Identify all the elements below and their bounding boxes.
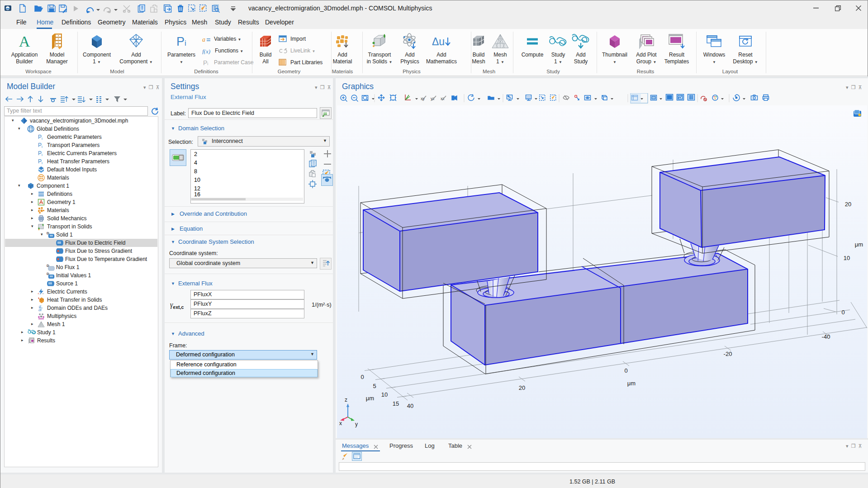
svg-text:10: 10 <box>381 391 388 398</box>
svg-text:yz: yz <box>431 96 435 101</box>
svg-text:-20: -20 <box>724 351 732 357</box>
svg-text:40: 40 <box>407 403 413 409</box>
svg-text:P: P <box>38 142 42 148</box>
svg-text:i: i <box>42 145 43 149</box>
svg-text:0: 0 <box>624 367 627 374</box>
svg-text:f(x): f(x) <box>202 48 210 54</box>
svg-text:5: 5 <box>373 383 376 389</box>
svg-text:xz: xz <box>441 96 445 101</box>
svg-text:z: z <box>345 397 347 403</box>
svg-text:μm: μm <box>366 395 374 402</box>
svg-text:+: + <box>38 292 39 295</box>
svg-text:0: 0 <box>841 309 844 316</box>
svg-text:20: 20 <box>845 201 851 208</box>
svg-text:y: y <box>355 421 358 427</box>
svg-text:P: P <box>38 134 42 140</box>
svg-text:i: i <box>42 153 43 157</box>
svg-text:15: 15 <box>393 400 399 407</box>
svg-text:−: − <box>42 292 44 295</box>
svg-text:μm: μm <box>855 241 863 248</box>
svg-text:0: 0 <box>360 374 364 380</box>
svg-text:-40: -40 <box>822 333 830 340</box>
svg-text:Pi: Pi <box>203 60 208 66</box>
svg-text:xy: xy <box>421 96 425 101</box>
svg-text:10: 10 <box>844 255 850 261</box>
svg-text:i: i <box>42 137 43 141</box>
svg-text:a: a <box>202 36 205 43</box>
svg-text:20: 20 <box>519 384 525 391</box>
svg-text:P: P <box>38 158 42 165</box>
svg-text:x: x <box>339 420 342 426</box>
svg-text:i: i <box>42 161 43 165</box>
svg-text:dt: dt <box>38 308 42 312</box>
svg-text:μm: μm <box>627 380 636 387</box>
svg-text:P: P <box>38 150 42 156</box>
